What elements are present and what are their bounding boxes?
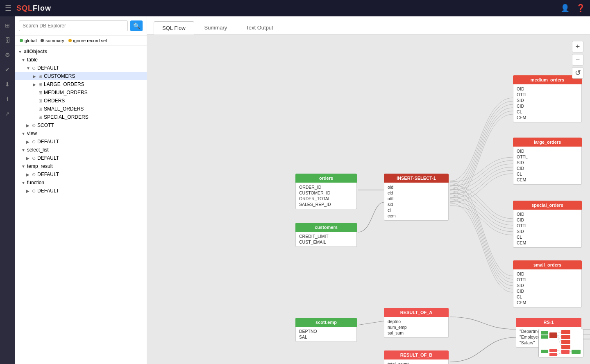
node-orders[interactable]: orders ORDER_ID CUSTOMER_ID ORDER_TOTAL …: [295, 174, 357, 209]
legend-ignore-dot: [68, 39, 72, 42]
icon-bar-share[interactable]: ↗: [2, 108, 13, 120]
tree-view[interactable]: ▼ view: [15, 129, 147, 138]
node-medium-orders-header: medium_orders: [513, 75, 582, 84]
field-roa-num-emp: num_emp: [388, 324, 445, 330]
legend-global-label: global: [25, 38, 36, 43]
field-roa-deptno: deptno: [388, 319, 445, 324]
arrow-temp-result-default: ▶: [26, 172, 30, 177]
node-result-of-a-body: deptno num_emp sal_sum: [384, 317, 449, 338]
node-result-of-b-header: RESULT_OF_B: [384, 350, 449, 359]
legend-summary: summary: [41, 38, 64, 43]
svg-rect-12: [541, 350, 548, 353]
tree-large-orders-label: LARGE_ORDERS: [44, 81, 84, 87]
node-result-of-a[interactable]: RESULT_OF_A deptno num_emp sal_sum: [384, 308, 449, 338]
field-roa-sal-sum: sal_sum: [388, 330, 445, 336]
tree-special-orders[interactable]: ⊞ SPECIAL_ORDERS: [15, 113, 147, 121]
node-customers[interactable]: customers CREDIT_LIMIT CUST_EMAIL: [295, 223, 357, 247]
sidebar-search: 🔍: [15, 16, 147, 36]
node-special-orders[interactable]: special_orders OID CID OTTL SID CL CEM: [513, 201, 582, 248]
arrow-temp-result: ▼: [21, 164, 25, 169]
tree-temp-result-default[interactable]: ▶ ⊙ DEFAULT: [15, 170, 147, 179]
legend-global: global: [20, 38, 36, 43]
zoom-out-button[interactable]: −: [572, 54, 583, 66]
field-so-cl: CL: [517, 234, 578, 240]
tree-temp-result[interactable]: ▼ temp_result: [15, 162, 147, 170]
tree-function-default[interactable]: ▶ ⊙ DEFAULT: [15, 187, 147, 195]
icon-bar-db[interactable]: 🗄: [2, 34, 13, 46]
arrow-select-list-default: ▶: [26, 156, 30, 161]
tree-small-orders[interactable]: ⊞ SMALL_ORDERS: [15, 105, 147, 113]
icon-bar-download[interactable]: ⬇: [2, 79, 13, 90]
tabs: SQL Flow Summary Text Output: [147, 16, 590, 34]
tree-customers[interactable]: ▶ ⊞ CUSTOMERS: [15, 72, 147, 80]
tree-allObjects[interactable]: ▼ allObjects: [15, 47, 147, 56]
search-button[interactable]: 🔍: [130, 20, 143, 31]
legend-summary-label: summary: [45, 38, 64, 43]
icon-bar-home[interactable]: ⊞: [2, 20, 13, 31]
tab-summary[interactable]: Summary: [196, 21, 236, 34]
arrow-function-default: ▶: [26, 189, 30, 193]
tree-scott-label: SCOTT: [37, 122, 54, 128]
tree-view-default[interactable]: ▶ ⊙ DEFAULT: [15, 138, 147, 146]
field-rob-total-count: total_count: [388, 361, 445, 364]
tree-function-label: function: [27, 180, 44, 185]
field-sal: SAL: [299, 334, 353, 340]
icon-scott: ⊙: [32, 123, 36, 128]
canvas-area: orders ORDER_ID CUSTOMER_ID ORDER_TOTAL …: [147, 34, 590, 364]
node-insert-select-1[interactable]: INSERT-SELECT-1 oid cid ottl sid cl cem: [384, 174, 449, 221]
tab-sqlflow[interactable]: SQL Flow: [154, 21, 194, 34]
node-small-orders-body: OID OTTL SID CID CL CEM: [513, 269, 582, 307]
tree-large-orders[interactable]: ▶ ⊞ LARGE_ORDERS: [15, 80, 147, 88]
menu-icon[interactable]: ☰: [5, 4, 11, 13]
tree-select-list-default[interactable]: ▶ ⊙ DEFAULT: [15, 154, 147, 162]
minimap-svg: [539, 329, 583, 357]
field-so-sid: SID: [517, 228, 578, 234]
tree-special-orders-label: SPECIAL_ORDERS: [44, 114, 88, 120]
node-scott-emp[interactable]: scott.emp DEPTNO SAL: [295, 318, 357, 342]
field-mo-ottl: OTTL: [517, 92, 578, 97]
svg-rect-15: [561, 350, 570, 354]
tree-medium-orders[interactable]: ⊞ MEDIUM_ORDERS: [15, 88, 147, 97]
node-special-orders-header: special_orders: [513, 201, 582, 210]
minimap[interactable]: [538, 329, 583, 357]
field-lo-oid: OID: [517, 148, 578, 154]
tree-scott[interactable]: ▶ ⊙ SCOTT: [15, 121, 147, 129]
zoom-in-button[interactable]: +: [572, 41, 583, 52]
svg-line-22: [548, 350, 549, 351]
help-icon[interactable]: ❓: [576, 4, 585, 13]
arrow-function: ▼: [21, 181, 25, 185]
node-medium-orders[interactable]: medium_orders OID OTTL SID CID CL CEM: [513, 75, 582, 122]
svg-rect-16: [572, 350, 581, 354]
icon-bar-info[interactable]: ℹ: [2, 93, 13, 105]
tree-table[interactable]: ▼ table: [15, 56, 147, 64]
arrow-scott: ▶: [26, 123, 30, 128]
search-input[interactable]: [19, 20, 128, 31]
tab-textoutput[interactable]: Text Output: [237, 21, 281, 34]
svg-line-24: [557, 353, 561, 355]
user-icon[interactable]: 👤: [560, 4, 570, 13]
refresh-button[interactable]: ↺: [572, 67, 583, 79]
field-mo-cid: CID: [517, 103, 578, 109]
tree-select-list[interactable]: ▼ select_list: [15, 146, 147, 154]
field-smo-ottl: OTTL: [517, 277, 578, 283]
right-area: SQL Flow Summary Text Output: [147, 16, 590, 364]
svg-rect-14: [549, 353, 557, 356]
node-insert-select-1-body: oid cid ottl sid cl cem: [384, 183, 449, 221]
icon-bar-settings[interactable]: ⚙: [2, 49, 13, 61]
node-large-orders[interactable]: large_orders OID OTTL SID CID CL CEM: [513, 138, 582, 185]
field-order-id: ORDER_ID: [299, 184, 353, 190]
tree-temp-result-label: temp_result: [27, 163, 53, 169]
node-result-of-b[interactable]: RESULT_OF_B total_count total_sal: [384, 350, 449, 364]
field-cid: cid: [388, 190, 445, 196]
icon-customers: ⊞: [39, 74, 42, 79]
tree-table-default[interactable]: ▼ ⊙ DEFAULT: [15, 64, 147, 72]
arrow-allObjects: ▼: [18, 50, 22, 54]
node-scott-emp-body: DEPTNO SAL: [295, 327, 357, 342]
tree-customers-label: CUSTOMERS: [44, 73, 75, 79]
topbar-right: 👤 ❓: [560, 4, 585, 13]
node-small-orders[interactable]: small_orders OID OTTL SID CID CL CEM: [513, 260, 582, 307]
icon-bar-check[interactable]: ✔: [2, 64, 13, 75]
svg-rect-11: [561, 345, 570, 349]
tree-orders[interactable]: ⊞ ORDERS: [15, 97, 147, 105]
tree-function[interactable]: ▼ function: [15, 179, 147, 187]
